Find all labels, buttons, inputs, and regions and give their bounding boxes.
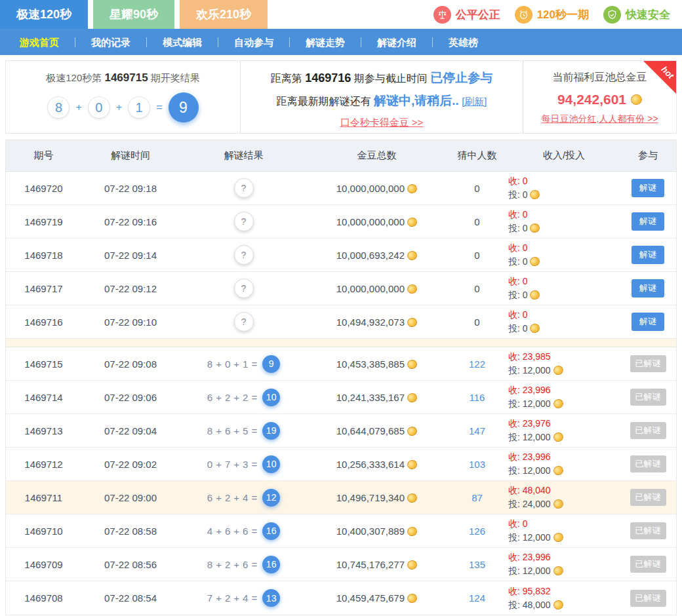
invest-label: 投: [508,256,520,267]
result-equation: 7+2+4=13 [207,589,280,607]
table-row: 146971307-22 09:048+6+5=1910,644,079,685… [6,414,676,448]
invest-value: 48,000 [523,600,551,610]
nav-item-mode-edit[interactable]: 模式编辑 [147,37,218,47]
info-panel: 极速120秒第 1469715 期开奖结果 8 + 0 + 1 = 9 距离第 … [5,60,677,134]
shield-check-icon [603,6,621,24]
tab-star-90s[interactable]: 星耀90秒 [93,0,174,29]
plus-sign: + [216,492,222,503]
header-action: 参与 [620,149,676,162]
table-row: 146971107-22 09:006+2+4=1210,496,719,340… [6,481,676,514]
result-cell: ? [180,212,308,231]
invest-line: 投: 12,000 [508,464,620,478]
nav-item-my-records[interactable]: 我的记录 [75,37,147,47]
pool-cell: 10,400,307,889 [308,526,446,537]
action-cell: 解谜 [620,179,676,197]
coin-icon [407,358,418,370]
main-navbar: 游戏首页 我的记录 模式编辑 自动参与 解谜走势 解谜介绍 英雄榜 [0,29,682,55]
income-line: 收: 0 [508,308,620,322]
time-cell: 07-22 08:58 [81,526,180,537]
invest-value: 24,000 [523,499,551,509]
income-line: 收: 23,976 [508,417,620,431]
action-cell: 已解谜 [620,556,676,573]
password-card-promo-link[interactable]: 口令秒卡得金豆 >> [340,117,424,129]
invest-label: 投: [508,499,520,509]
nav-item-trend[interactable]: 解谜走势 [290,37,361,47]
solved-button[interactable]: 已解谜 [630,455,666,472]
pool-cell: 10,459,475,679 [308,592,446,604]
countdown-panel: 距离第 1469716 期参与截止时间 已停止参与 距离最新期解谜还有 解谜中,… [241,61,523,133]
guessed-cell: 87 [446,492,508,503]
solve-button[interactable]: 解谜 [632,179,664,197]
result-b: 0 [225,358,230,370]
equals-sign: = [251,459,257,470]
result-cell: 6+2+4=12 [180,489,308,507]
solved-button[interactable]: 已解谜 [630,355,666,372]
header-guessed: 猜中人数 [446,149,508,162]
period-cell: 1469709 [6,559,81,570]
result-b: 2 [225,592,230,604]
period-cell: 1469711 [6,492,81,503]
tab-happy-210s[interactable]: 欢乐210秒 [180,0,268,29]
income-label: 收: [508,276,520,286]
solved-button[interactable]: 已解谜 [630,556,666,573]
time-cell: 07-22 09:10 [81,317,180,328]
invest-line: 投: 0 [508,288,620,302]
period-cell: 1469716 [6,317,81,328]
income-line: 收: 0 [508,174,620,188]
coin-icon [407,283,418,294]
invest-line: 投: 0 [508,221,620,235]
result-c: 4 [243,592,248,604]
nav-item-intro[interactable]: 解谜介绍 [361,37,433,47]
solved-button[interactable]: 已解谜 [630,590,666,607]
dividend-link[interactable]: 每日豆池分红,人人都有份 >> [541,113,658,125]
table-row: 146970807-22 08:547+2+4=1310,459,475,679… [6,581,676,615]
pool-value: 10,000,000,000 [336,216,405,227]
nav-item-heroes[interactable]: 英雄榜 [433,37,494,47]
pending-result-icon: ? [234,312,254,332]
action-cell: 已解谜 [620,522,676,539]
action-cell: 已解谜 [620,355,676,372]
refresh-link[interactable]: [刷新] [462,96,487,107]
invest-value: 12,000 [523,566,551,576]
nav-item-auto-join[interactable]: 自动参与 [218,37,290,47]
nav-item-home[interactable]: 游戏首页 [4,37,75,47]
tab-speed-120s[interactable]: 极速120秒 [0,0,88,29]
table-row: 146971407-22 09:066+2+2=1010,241,335,167… [6,381,676,414]
invest-label: 投: [508,566,520,576]
result-b: 7 [225,459,230,470]
guessed-cell: 103 [446,459,508,470]
solved-button[interactable]: 已解谜 [630,422,666,439]
time-cell: 07-22 08:54 [81,592,180,604]
time-cell: 07-22 09:14 [81,250,180,261]
solved-button[interactable]: 已解谜 [630,389,666,406]
solved-button[interactable]: 已解谜 [630,522,666,539]
coin-icon [407,317,418,328]
coin-icon [529,322,541,334]
invest-value: 0 [523,256,528,267]
solving-status: 解谜中,请稍后.. [374,94,459,107]
pool-amount: 94,242,601 [557,92,626,107]
solved-button[interactable]: 已解谜 [630,489,666,506]
invest-line: 投: 12,000 [508,397,620,411]
result-title-prefix: 极速120秒第 [46,72,102,83]
coin-icon [529,256,541,267]
trust-badges: 公平公正 120秒一期 快速安全 [433,0,682,29]
guessed-cell: 0 [446,216,508,227]
income-label: 收: [508,309,520,320]
invest-line: 投: 0 [508,188,620,202]
solve-button[interactable]: 解谜 [632,212,664,231]
solve-button[interactable]: 解谜 [632,313,664,331]
invest-value: 12,000 [523,432,551,442]
solve-button[interactable]: 解谜 [632,279,664,298]
income-line: 收: 0 [508,517,620,531]
time-cell: 07-22 09:06 [81,392,180,403]
results-table: 期号 解谜时间 解谜结果 金豆总数 猜中人数 收入/投入 参与 14697200… [5,140,677,615]
plus-sign: + [216,526,222,537]
group-separator [6,339,676,347]
time-cell: 07-22 09:00 [81,492,180,503]
solve-button[interactable]: 解谜 [632,246,664,264]
result-equation: 0+7+3=10 [207,455,280,473]
result-sum-circle: 16 [262,556,280,573]
income-label: 收: [508,209,520,220]
pool-value: 10,496,719,340 [336,492,405,503]
